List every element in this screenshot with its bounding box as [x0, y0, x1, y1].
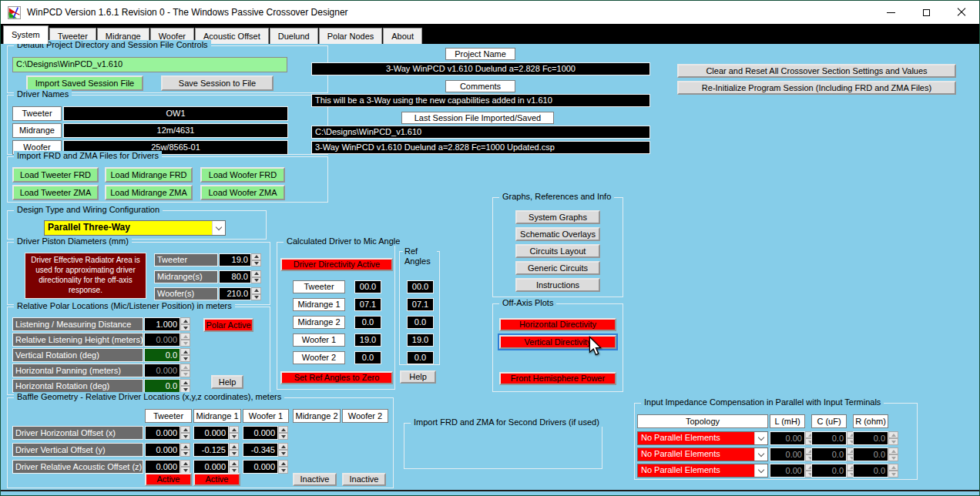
save-session-button[interactable]: Save Session to File — [161, 75, 274, 91]
load-woofer-zma-button[interactable]: Load Woofer ZMA — [200, 185, 285, 200]
piston-woofer-stepper[interactable] — [251, 287, 261, 300]
offset-y-woofer1-stepper[interactable] — [278, 443, 288, 457]
c-value-1: 0.0 — [811, 431, 847, 445]
offset-y-tweeter[interactable]: 0.000 — [145, 443, 180, 457]
ref-woofer2-value[interactable]: 0.0 — [407, 351, 434, 364]
load-midrange-frd-button[interactable]: Load Midrange FRD — [105, 167, 193, 183]
reinitialize-button[interactable]: Re-Initialize Program Session (Including… — [677, 81, 956, 95]
midrange1-active-button[interactable]: Active — [193, 473, 240, 486]
offset-y-midrange1[interactable]: -0.125 — [193, 443, 229, 457]
tab-polar-nodes[interactable]: Polar Nodes — [319, 28, 383, 44]
r-stepper-2 — [888, 447, 898, 461]
topology-value-2: No Parallel Elements — [638, 448, 754, 461]
project-name-field[interactable]: 3-Way WinPCD v1.610 Duelund a=2.828 Fc=1… — [311, 62, 650, 75]
offset-z-midrange1[interactable]: 0.000 — [193, 460, 229, 474]
last-session-label: Last Session File Imported/Saved — [401, 112, 554, 124]
topology-combo-1[interactable]: No Parallel Elements — [637, 431, 768, 445]
midrange-name-field[interactable]: 12m/4631 — [63, 123, 288, 138]
horizontal-directivity-button[interactable]: Horizontal Directivity — [499, 318, 616, 331]
load-midrange-zma-button[interactable]: Load Midrange ZMA — [105, 185, 193, 200]
r-stepper-1 — [888, 431, 898, 445]
piston-midrange-stepper[interactable] — [251, 270, 261, 283]
schematic-overlays-button[interactable]: Schematic Overlays — [515, 227, 600, 241]
offset-y-woofer1[interactable]: -0.345 — [243, 443, 278, 457]
mic-angle-help-button[interactable]: Help — [400, 370, 436, 384]
r-value-1: 0.0 — [853, 431, 888, 445]
clear-reset-button[interactable]: Clear and Reset All Crossover Section Se… — [677, 64, 956, 78]
tweeter-active-button[interactable]: Active — [145, 473, 192, 486]
offset-x-tweeter-stepper[interactable] — [180, 426, 190, 440]
chevron-down-icon[interactable] — [754, 464, 767, 477]
system-graphs-button[interactable]: System Graphs — [515, 210, 600, 224]
import-files-group: Import FRD and ZMA Files for Drivers Loa… — [7, 156, 328, 203]
polar-help-button[interactable]: Help — [211, 375, 243, 389]
close-button[interactable] — [944, 1, 979, 24]
polar-active-button[interactable]: Polar Active — [203, 318, 253, 332]
window-bottom-edge — [1, 490, 980, 496]
woofer2-inactive-button[interactable]: Inactive — [342, 473, 386, 486]
offset-x-midrange1-stepper[interactable] — [229, 426, 239, 440]
listening-distance-value[interactable]: 1.000 — [144, 317, 180, 331]
tab-duelund[interactable]: Duelund — [270, 28, 318, 44]
topology-combo-3[interactable]: No Parallel Elements — [637, 464, 768, 478]
l-value-2: 0.00 — [770, 447, 805, 461]
horizontal-rotation-value[interactable]: 0.0 — [144, 379, 180, 393]
set-ref-zero-button[interactable]: Set Ref Angles to Zero — [280, 371, 393, 384]
horizontal-rotation-stepper[interactable] — [180, 379, 190, 393]
offset-x-midrange1[interactable]: 0.000 — [193, 426, 229, 440]
tweeter-name-label: Tweeter — [12, 106, 62, 121]
ref-tweeter-value[interactable]: 00.0 — [407, 280, 434, 293]
vertical-rotation-stepper[interactable] — [180, 348, 190, 362]
impedance-col-r: R (ohm) — [853, 414, 888, 428]
offset-z-tweeter[interactable]: 0.000 — [145, 460, 180, 474]
import-session-button[interactable]: Import Saved Session File — [26, 75, 143, 91]
topology-combo-2[interactable]: No Parallel Elements — [637, 447, 768, 461]
offset-z-woofer1-stepper[interactable] — [278, 460, 288, 474]
project-directory-field[interactable]: C:\Designs\WinPCD_v1.610 — [12, 57, 287, 72]
load-woofer-frd-button[interactable]: Load Woofer FRD — [200, 167, 285, 183]
offset-x-woofer1[interactable]: 0.000 — [243, 426, 278, 440]
circuits-layout-button[interactable]: Circuits Layout — [515, 244, 600, 258]
mouse-cursor — [589, 336, 602, 357]
load-tweeter-zma-button[interactable]: Load Tweeter ZMA — [12, 185, 99, 200]
midrange2-inactive-button[interactable]: Inactive — [293, 473, 337, 486]
minimize-button[interactable] — [873, 1, 908, 24]
instructions-button[interactable]: Instructions — [515, 278, 600, 292]
load-tweeter-frd-button[interactable]: Load Tweeter FRD — [12, 167, 99, 183]
offset-x-tweeter[interactable]: 0.000 — [145, 426, 180, 440]
horizontal-panning-label: Horizontal Panning (meters) — [12, 364, 143, 377]
piston-woofer-value[interactable]: 210.0 — [219, 287, 251, 300]
tab-system[interactable]: System — [3, 25, 49, 44]
offset-x-woofer1-stepper[interactable] — [278, 426, 288, 440]
listening-distance-stepper[interactable] — [180, 317, 190, 331]
tab-about[interactable]: About — [383, 28, 422, 44]
comments-label: Comments — [445, 80, 515, 92]
piston-tweeter-value[interactable]: 19.0 — [219, 253, 251, 266]
generic-circuits-button[interactable]: Generic Circuits — [515, 261, 600, 275]
tweeter-name-field[interactable]: OW1 — [63, 106, 288, 121]
offset-z-midrange1-stepper[interactable] — [229, 460, 239, 474]
session-file-field: 3-Way WinPCD v1.610 Duelund a=2.828 Fc=1… — [311, 141, 650, 154]
chevron-down-icon[interactable] — [754, 432, 767, 444]
maximize-button[interactable] — [908, 1, 944, 24]
ref-midrange1-value[interactable]: 07.1 — [407, 298, 434, 311]
chevron-down-icon[interactable] — [754, 448, 767, 461]
project-name-label: Project Name — [445, 48, 515, 60]
baffle-col-woofer1: Woofer 1 — [243, 409, 289, 423]
piston-midrange-value[interactable]: 80.0 — [219, 270, 251, 283]
piston-tweeter-stepper[interactable] — [251, 253, 261, 266]
offset-z-tweeter-stepper[interactable] — [180, 460, 190, 474]
ref-midrange2-value[interactable]: 0.0 — [407, 316, 434, 329]
offset-z-woofer1[interactable]: 0.000 — [243, 460, 278, 474]
listening-height-label: Relative Listening Height (meters) — [12, 333, 143, 347]
front-hemisphere-power-button[interactable]: Front Hemisphere Power — [499, 372, 616, 385]
offset-y-tweeter-stepper[interactable] — [180, 443, 190, 457]
chevron-down-icon[interactable] — [212, 221, 225, 235]
driver-directivity-button[interactable]: Driver Directivity Active — [280, 258, 393, 271]
ref-woofer1-value[interactable]: 19.0 — [407, 333, 434, 347]
offset-y-midrange1-stepper[interactable] — [229, 443, 239, 457]
vertical-rotation-value[interactable]: 0.0 — [144, 348, 180, 362]
baffle-col-tweeter: Tweeter — [145, 409, 192, 423]
comments-field[interactable]: This will be a 3-Way using the new capab… — [311, 94, 650, 107]
design-type-combo[interactable]: Parallel Three-Way — [44, 220, 226, 236]
